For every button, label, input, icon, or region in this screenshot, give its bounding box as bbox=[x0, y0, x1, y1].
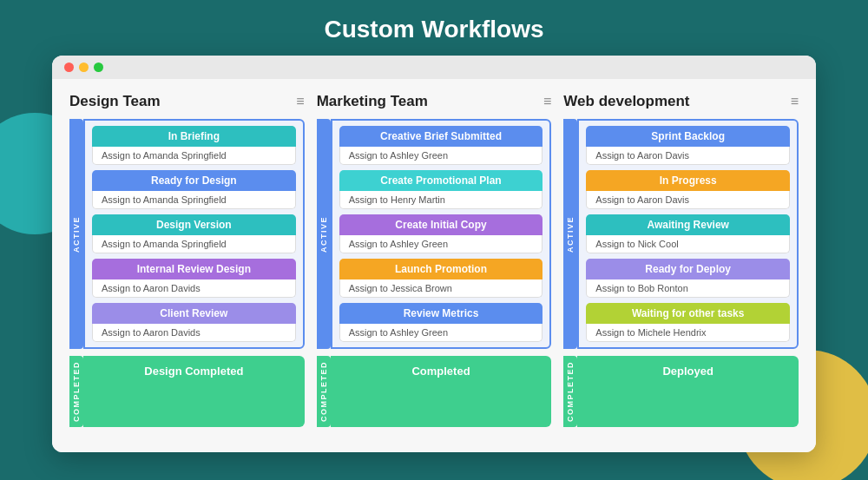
active-label-design: ACTIVE bbox=[69, 119, 83, 349]
completed-section-marketing: COMPLETEDCompleted bbox=[317, 356, 552, 427]
page-title: Custom Workflows bbox=[0, 0, 868, 56]
task-header-marketing-2[interactable]: Create Initial Copy bbox=[339, 214, 543, 235]
task-card-marketing-1: Create Promotional PlanAssign to Henry M… bbox=[339, 170, 543, 209]
completed-label-design: COMPLETED bbox=[69, 356, 83, 427]
task-card-webdev-4: Waiting for other tasksAssign to Michele… bbox=[586, 303, 790, 342]
task-body-design-3: Assign to Aaron Davids bbox=[92, 279, 296, 298]
task-card-webdev-3: Ready for DeployAssign to Bob Ronton bbox=[586, 259, 790, 298]
task-card-marketing-2: Create Initial CopyAssign to Ashley Gree… bbox=[339, 214, 543, 253]
task-body-marketing-1: Assign to Henry Martin bbox=[339, 191, 543, 209]
task-header-marketing-1[interactable]: Create Promotional Plan bbox=[339, 170, 543, 191]
task-header-webdev-1[interactable]: In Progress bbox=[586, 170, 790, 191]
task-card-design-0: In BriefingAssign to Amanda Springfield bbox=[92, 126, 296, 165]
task-header-webdev-2[interactable]: Awaiting Review bbox=[586, 214, 790, 235]
task-body-webdev-0: Assign to Aaron Davis bbox=[586, 147, 790, 165]
task-header-webdev-3[interactable]: Ready for Deploy bbox=[586, 259, 790, 279]
active-label-webdev: ACTIVE bbox=[563, 119, 577, 349]
completed-section-design: COMPLETEDDesign Completed bbox=[69, 356, 305, 427]
browser-content: Design Team≡ACTIVEIn BriefingAssign to A… bbox=[52, 79, 816, 452]
task-header-webdev-0[interactable]: Sprint Backlog bbox=[586, 126, 790, 147]
task-header-marketing-3[interactable]: Launch Promotion bbox=[339, 259, 543, 279]
active-section-marketing: ACTIVECreative Brief SubmittedAssign to … bbox=[317, 119, 552, 349]
column-header-marketing: Marketing Team≡ bbox=[317, 93, 552, 110]
column-marketing: Marketing Team≡ACTIVECreative Brief Subm… bbox=[317, 93, 552, 438]
task-header-marketing-4[interactable]: Review Metrics bbox=[339, 303, 543, 324]
completed-label-marketing: COMPLETED bbox=[317, 356, 331, 427]
column-header-webdev: Web development≡ bbox=[563, 93, 799, 110]
task-card-design-3: Internal Review DesignAssign to Aaron Da… bbox=[92, 259, 296, 298]
column-menu-icon-design[interactable]: ≡ bbox=[296, 94, 304, 109]
column-title-webdev: Web development bbox=[563, 93, 689, 110]
browser-window: Design Team≡ACTIVEIn BriefingAssign to A… bbox=[52, 56, 816, 452]
completed-card-webdev[interactable]: Deployed bbox=[577, 356, 799, 427]
completed-card-design[interactable]: Design Completed bbox=[83, 356, 305, 427]
task-body-marketing-3: Assign to Jessica Brown bbox=[339, 279, 543, 298]
completed-card-marketing[interactable]: Completed bbox=[331, 356, 552, 427]
task-card-webdev-2: Awaiting ReviewAssign to Nick Cool bbox=[586, 214, 790, 253]
task-body-webdev-4: Assign to Michele Hendrix bbox=[586, 324, 790, 342]
task-card-webdev-0: Sprint BacklogAssign to Aaron Davis bbox=[586, 126, 790, 165]
column-menu-icon-marketing[interactable]: ≡ bbox=[543, 94, 551, 109]
completed-label-webdev: COMPLETED bbox=[563, 356, 577, 427]
active-section-webdev: ACTIVESprint BacklogAssign to Aaron Davi… bbox=[563, 119, 799, 349]
browser-dot-green bbox=[94, 62, 103, 72]
task-header-design-1[interactable]: Ready for Design bbox=[92, 170, 296, 191]
task-header-design-2[interactable]: Design Version bbox=[92, 214, 296, 235]
browser-bar bbox=[52, 56, 816, 79]
column-menu-icon-webdev[interactable]: ≡ bbox=[791, 94, 799, 109]
completed-section-webdev: COMPLETEDDeployed bbox=[563, 356, 799, 427]
task-card-marketing-3: Launch PromotionAssign to Jessica Brown bbox=[339, 259, 543, 298]
column-title-design: Design Team bbox=[69, 93, 161, 110]
task-body-marketing-4: Assign to Ashley Green bbox=[339, 324, 543, 342]
task-body-marketing-0: Assign to Ashley Green bbox=[339, 147, 543, 165]
task-header-webdev-4[interactable]: Waiting for other tasks bbox=[586, 303, 790, 324]
task-header-design-4[interactable]: Client Review bbox=[92, 303, 296, 324]
column-title-marketing: Marketing Team bbox=[317, 93, 428, 110]
task-header-design-3[interactable]: Internal Review Design bbox=[92, 259, 296, 279]
task-body-design-4: Assign to Aaron Davids bbox=[92, 324, 296, 342]
active-cards-design: In BriefingAssign to Amanda SpringfieldR… bbox=[83, 119, 305, 349]
active-cards-marketing: Creative Brief SubmittedAssign to Ashley… bbox=[331, 119, 552, 349]
task-card-design-2: Design VersionAssign to Amanda Springfie… bbox=[92, 214, 296, 253]
active-cards-webdev: Sprint BacklogAssign to Aaron DavisIn Pr… bbox=[577, 119, 799, 349]
browser-dot-yellow bbox=[79, 62, 89, 72]
column-design: Design Team≡ACTIVEIn BriefingAssign to A… bbox=[69, 93, 305, 438]
task-card-design-4: Client ReviewAssign to Aaron Davids bbox=[92, 303, 296, 342]
task-card-webdev-1: In ProgressAssign to Aaron Davis bbox=[586, 170, 790, 209]
task-body-webdev-2: Assign to Nick Cool bbox=[586, 235, 790, 253]
task-body-webdev-1: Assign to Aaron Davis bbox=[586, 191, 790, 209]
active-label-marketing: ACTIVE bbox=[317, 119, 331, 349]
task-body-marketing-2: Assign to Ashley Green bbox=[339, 235, 543, 253]
column-webdev: Web development≡ACTIVESprint BacklogAssi… bbox=[563, 93, 799, 438]
active-section-design: ACTIVEIn BriefingAssign to Amanda Spring… bbox=[69, 119, 305, 349]
browser-dot-red bbox=[64, 62, 74, 72]
task-header-marketing-0[interactable]: Creative Brief Submitted bbox=[339, 126, 543, 147]
task-card-design-1: Ready for DesignAssign to Amanda Springf… bbox=[92, 170, 296, 209]
task-card-marketing-4: Review MetricsAssign to Ashley Green bbox=[339, 303, 543, 342]
task-card-marketing-0: Creative Brief SubmittedAssign to Ashley… bbox=[339, 126, 543, 165]
task-body-webdev-3: Assign to Bob Ronton bbox=[586, 279, 790, 298]
task-body-design-0: Assign to Amanda Springfield bbox=[92, 147, 296, 165]
column-header-design: Design Team≡ bbox=[69, 93, 305, 110]
task-header-design-0[interactable]: In Briefing bbox=[92, 126, 296, 147]
task-body-design-1: Assign to Amanda Springfield bbox=[92, 191, 296, 209]
task-body-design-2: Assign to Amanda Springfield bbox=[92, 235, 296, 253]
